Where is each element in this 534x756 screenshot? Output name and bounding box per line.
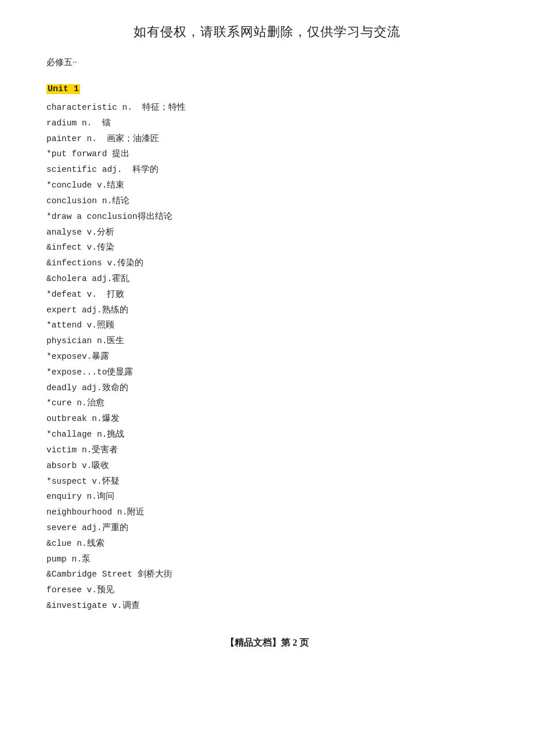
vocab-item: neighbourhood n.附近 — [46, 505, 488, 520]
vocab-item: conclusion n.结论 — [46, 193, 488, 209]
vocab-item: *exposev.暴露 — [46, 349, 488, 365]
vocab-item: deadly adj.致命的 — [46, 380, 488, 396]
vocab-item: &Cambridge Street 剑桥大街 — [46, 567, 488, 582]
vocab-item: physician n.医生 — [46, 333, 488, 349]
vocab-item: &cholera adj.霍乱 — [46, 271, 488, 287]
vocab-item: *conclude v.结束 — [46, 178, 488, 193]
vocab-item: outbreak n.爆发 — [46, 411, 488, 427]
footer-page-number: 【精品文档】第 2 页 — [46, 637, 488, 649]
vocab-item: foresee v.预见 — [46, 582, 488, 598]
vocab-item: scientific adj. 科学的 — [46, 162, 488, 178]
vocab-item: victim n.受害者 — [46, 442, 488, 458]
vocab-item: pump n.泵 — [46, 552, 488, 567]
vocab-list: characteristic n. 特征；特性radium n. 镭painte… — [46, 100, 488, 614]
vocab-item: *attend v.照顾 — [46, 318, 488, 333]
vocab-item: *put forward 提出 — [46, 146, 488, 162]
vocab-item: radium n. 镭 — [46, 116, 488, 131]
vocab-item: characteristic n. 特征；特性 — [46, 100, 488, 116]
subtitle-text: 必修五·· — [46, 57, 488, 68]
vocab-item: enquiry n.询问 — [46, 489, 488, 505]
vocab-item: *challage n.挑战 — [46, 427, 488, 442]
vocab-item: analyse v.分析 — [46, 225, 488, 240]
vocab-item: &investigate v.调查 — [46, 598, 488, 614]
vocab-item: expert adj.熟练的 — [46, 303, 488, 318]
vocab-item: severe adj.严重的 — [46, 520, 488, 536]
vocab-item: *cure n.治愈 — [46, 395, 488, 411]
unit-heading: Unit 1 — [46, 84, 80, 94]
page-header-title: 如有侵权，请联系网站删除，仅供学习与交流 — [46, 23, 488, 41]
vocab-item: *draw a conclusion得出结论 — [46, 209, 488, 225]
vocab-item: &infections v.传染的 — [46, 255, 488, 271]
vocab-item: painter n. 画家；油漆匠 — [46, 131, 488, 147]
vocab-item: &infect v.传染 — [46, 240, 488, 255]
vocab-item: absorb v.吸收 — [46, 458, 488, 474]
vocab-item: &clue n.线索 — [46, 536, 488, 552]
vocab-item: *expose...to使显露 — [46, 365, 488, 380]
vocab-item: *suspect v.怀疑 — [46, 474, 488, 489]
vocab-item: *defeat v. 打败 — [46, 287, 488, 303]
